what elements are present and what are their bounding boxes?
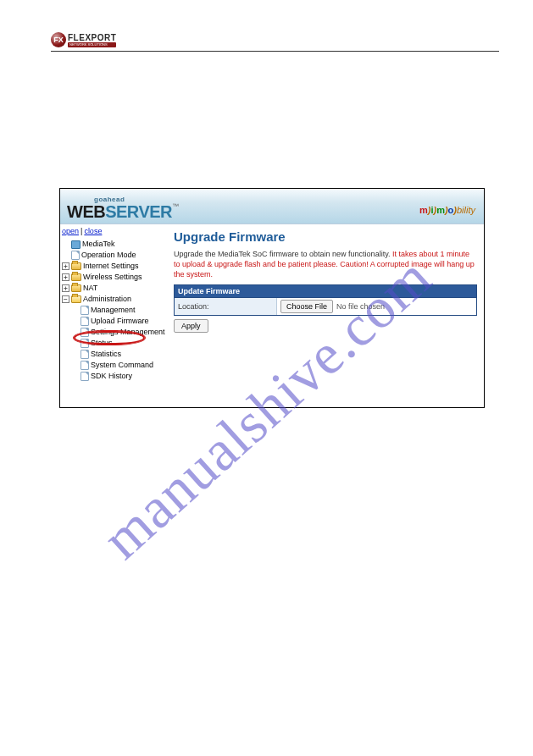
webserver-banner: goahead WEBSERVER™ m)i)m)o)bility [60, 189, 484, 224]
file-status: No file chosen [336, 302, 385, 311]
page-icon [81, 350, 89, 359]
apply-button[interactable]: Apply [174, 319, 208, 333]
firmware-description: Upgrade the MediaTek SoC firmware to obt… [174, 249, 477, 279]
tree-root[interactable]: MediaTek [62, 239, 169, 250]
flexport-logo: FX FLEXPORT NETWORK SOLUTIONS [51, 32, 116, 47]
page-icon [81, 306, 89, 315]
tree-close-link[interactable]: close [84, 227, 102, 235]
tree-root-label: MediaTek [82, 240, 115, 249]
tree-item-label: Operation Mode [81, 251, 136, 260]
flexport-logo-sub: NETWORK SOLUTIONS [68, 42, 116, 47]
mimobility-logo: m)i)m)o)bility [419, 205, 475, 215]
flexport-logo-text: FLEXPORT [68, 33, 116, 42]
page-icon [81, 372, 89, 381]
folder-icon [71, 284, 81, 292]
firmware-panel: Upgrade Firmware Upgrade the MediaTek So… [170, 224, 484, 407]
tree-item-label: Wireless Settings [83, 273, 142, 282]
choose-file-button[interactable]: Choose File [280, 300, 333, 313]
tree-item-label: Internet Settings [83, 262, 139, 271]
tree-item-label: NAT [83, 284, 97, 293]
tree-item-label: SDK History [91, 372, 132, 381]
trademark-icon: ™ [172, 202, 179, 210]
page-title: Upgrade Firmware [174, 229, 477, 244]
collapse-icon[interactable]: − [62, 295, 69, 303]
tree-item-nat[interactable]: + NAT [62, 283, 169, 294]
expand-icon[interactable]: + [62, 284, 69, 292]
nav-tree: open|close MediaTek Operation Mode + Int… [60, 224, 170, 407]
document-header: FX FLEXPORT NETWORK SOLUTIONS [51, 32, 499, 52]
tree-item-internet-settings[interactable]: + Internet Settings [62, 261, 169, 272]
expand-icon[interactable]: + [62, 262, 69, 270]
tree-subitem-system-command[interactable]: System Command [81, 360, 169, 371]
tree-item-label: Upload Firmware [91, 317, 149, 326]
webserver-logo-web: WEB [67, 202, 105, 221]
router-admin-screenshot: goahead WEBSERVER™ m)i)m)o)bility open|c… [59, 188, 485, 408]
update-firmware-header: Update Firmware [174, 284, 477, 298]
tree-subitem-sdk-history[interactable]: SDK History [81, 371, 169, 382]
page-icon [81, 317, 89, 326]
tree-open-link[interactable]: open [62, 227, 79, 235]
tree-item-label: Administration [83, 295, 131, 304]
page-icon [81, 361, 89, 370]
tree-item-wireless-settings[interactable]: + Wireless Settings [62, 272, 169, 283]
page-icon [71, 251, 80, 260]
chip-icon [71, 240, 81, 249]
tree-subitem-statistics[interactable]: Statistics [81, 349, 169, 360]
tree-item-label: Management [91, 306, 136, 315]
folder-icon [71, 262, 81, 270]
folder-open-icon [71, 295, 81, 303]
location-row: Location: Choose File No file chosen [174, 298, 477, 316]
tree-item-label: Statistics [91, 350, 121, 359]
webserver-logo-server: SERVER [105, 202, 172, 221]
tree-subitem-upload-firmware[interactable]: Upload Firmware [81, 316, 169, 327]
expand-icon[interactable]: + [62, 273, 69, 281]
tree-item-label: System Command [91, 361, 153, 370]
tree-item-operation-mode[interactable]: Operation Mode [62, 250, 169, 261]
location-label: Location: [175, 300, 276, 313]
folder-icon [71, 273, 81, 281]
tree-subitem-management[interactable]: Management [81, 305, 169, 316]
tree-item-administration[interactable]: − Administration [62, 294, 169, 305]
annotation-circle-outer-icon [73, 330, 146, 345]
flexport-logo-icon: FX [51, 32, 66, 47]
